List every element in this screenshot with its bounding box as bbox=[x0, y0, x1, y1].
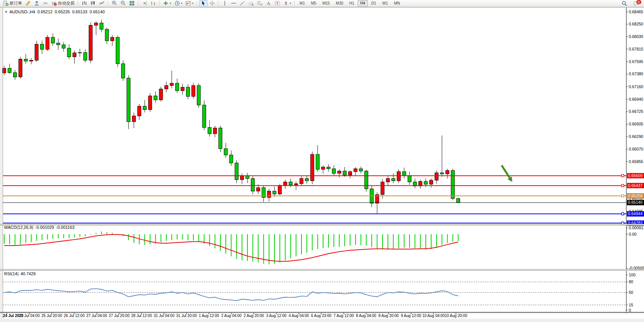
indicators-button[interactable]: ▾ bbox=[162, 0, 172, 7]
timeframe-mn-button[interactable]: MN bbox=[391, 0, 403, 6]
toolbar-separator bbox=[78, 1, 78, 6]
svg-text:28 Jul 12:00: 28 Jul 12:00 bbox=[131, 314, 152, 318]
toolbar-separator bbox=[159, 1, 160, 6]
svg-text:E: E bbox=[252, 3, 254, 6]
autotrading-button[interactable]: 自动交易 bbox=[50, 0, 76, 7]
chevron-down-icon[interactable]: ▾ bbox=[192, 2, 194, 5]
notification-badge: 1 bbox=[636, 0, 641, 4]
signals-button[interactable] bbox=[41, 0, 49, 7]
svg-text:26 Jul 12:00: 26 Jul 12:00 bbox=[64, 314, 85, 318]
toolbar-separator bbox=[138, 1, 139, 6]
broadcast-icon bbox=[43, 0, 48, 6]
timeframe-m1-button[interactable]: M1 bbox=[297, 0, 308, 6]
bar-chart-button[interactable] bbox=[80, 0, 88, 7]
svg-text:0.67595: 0.67595 bbox=[629, 59, 643, 64]
new-order-button[interactable]: 新订单 bbox=[2, 0, 23, 7]
timeframe-d1-button[interactable]: D1 bbox=[368, 0, 379, 6]
crosshair-button[interactable] bbox=[208, 0, 216, 7]
line-chart-icon bbox=[99, 0, 105, 6]
svg-text:80: 80 bbox=[629, 279, 633, 284]
horizontal-line-button[interactable] bbox=[230, 0, 238, 7]
svg-text:0.66940: 0.66940 bbox=[629, 97, 643, 102]
notifications-button[interactable]: 1 bbox=[632, 0, 641, 7]
text-button[interactable]: A bbox=[265, 0, 273, 7]
svg-text:0.68250: 0.68250 bbox=[629, 22, 643, 26]
profiles-button[interactable] bbox=[33, 0, 41, 7]
chart-canvas[interactable]: 0.684650.682500.680300.678150.675950.673… bbox=[0, 0, 644, 322]
svg-text:4 Aug 04:00: 4 Aug 04:00 bbox=[289, 314, 309, 318]
autotrading-button-label: 自动交易 bbox=[58, 0, 75, 6]
timeframe-m5-button[interactable]: M5 bbox=[308, 0, 319, 6]
svg-text:10 Aug 04:00: 10 Aug 04:00 bbox=[422, 314, 445, 318]
timeframe-h1-button[interactable]: H1 bbox=[347, 0, 357, 6]
equidistant-channel-button[interactable]: E bbox=[247, 0, 255, 7]
styler-button[interactable] bbox=[24, 0, 32, 7]
svg-text:27 Jul 20:00: 27 Jul 20:00 bbox=[109, 314, 130, 318]
tile-windows-button[interactable] bbox=[128, 0, 136, 7]
tile-windows-icon bbox=[129, 0, 135, 6]
chart-menu-icon[interactable]: ▼ bbox=[5, 10, 8, 14]
trendline-button[interactable] bbox=[238, 0, 246, 7]
text-label-button[interactable]: T bbox=[273, 0, 281, 7]
new-order-icon bbox=[3, 0, 9, 6]
svg-text:0.65140: 0.65140 bbox=[628, 200, 642, 205]
crosshair-icon bbox=[209, 0, 215, 6]
svg-text:0.65855: 0.65855 bbox=[629, 159, 643, 164]
svg-text:31 Jul 04:00: 31 Jul 04:00 bbox=[154, 314, 175, 318]
clock-icon bbox=[174, 0, 180, 6]
vertical-line-button[interactable] bbox=[221, 0, 229, 7]
svg-text:T: T bbox=[276, 2, 278, 5]
macd-main-value: -0.001029 bbox=[35, 225, 54, 230]
chart-shift-button[interactable] bbox=[149, 0, 157, 7]
toolbar-separator bbox=[294, 1, 295, 6]
zoom-out-button[interactable] bbox=[119, 0, 127, 7]
timeframe-m30-button[interactable]: M30 bbox=[333, 0, 346, 6]
bar-high-value: 0.65226 bbox=[55, 10, 70, 14]
rsi-indicator-label: RSI(14)40.7429 bbox=[4, 271, 36, 276]
svg-text:0.66725: 0.66725 bbox=[629, 109, 643, 114]
auto-scroll-button[interactable] bbox=[140, 0, 148, 7]
svg-text:0.68030: 0.68030 bbox=[629, 34, 643, 39]
chevron-down-icon[interactable]: ▾ bbox=[170, 2, 171, 5]
svg-text:50: 50 bbox=[629, 290, 633, 295]
fibonacci-button[interactable]: F bbox=[256, 0, 264, 7]
svg-text:0.66070: 0.66070 bbox=[629, 147, 643, 151]
chart-title: ▼AUDUSD-,H40.652120.652260.651330.65140 bbox=[5, 10, 105, 14]
periods-button[interactable]: ▾ bbox=[173, 0, 184, 7]
svg-text:0.00: 0.00 bbox=[629, 232, 637, 236]
line-chart-button[interactable] bbox=[98, 0, 106, 7]
macd-name: MACD(12,26,9) bbox=[4, 225, 33, 230]
chart-shift-icon bbox=[150, 0, 156, 6]
timeframe-w1-button[interactable]: W1 bbox=[379, 0, 391, 6]
svg-text:6 Aug 23:00: 6 Aug 23:00 bbox=[311, 314, 332, 318]
svg-text:8 Aug 04:00: 8 Aug 04:00 bbox=[356, 314, 376, 318]
chevron-down-icon[interactable]: ▾ bbox=[290, 2, 292, 5]
zoom-in-button[interactable] bbox=[110, 0, 118, 7]
candle-chart-icon bbox=[90, 0, 96, 6]
cursor-button[interactable] bbox=[199, 0, 207, 7]
templates-button[interactable]: ▾ bbox=[184, 0, 195, 7]
svg-text:10 Aug 20:00: 10 Aug 20:00 bbox=[445, 314, 467, 318]
trendline-icon bbox=[239, 0, 245, 6]
auto-scroll-icon bbox=[142, 0, 147, 6]
svg-text:100: 100 bbox=[629, 273, 636, 277]
svg-text:0.67815: 0.67815 bbox=[629, 47, 643, 51]
chevron-down-icon[interactable]: ▾ bbox=[181, 2, 183, 5]
svg-text:0.64944: 0.64944 bbox=[628, 211, 642, 216]
candle-chart-button[interactable] bbox=[89, 0, 97, 7]
text-icon: A bbox=[266, 0, 271, 6]
svg-text:25 Jul 20:00: 25 Jul 20:00 bbox=[41, 314, 62, 318]
rsi-name: RSI(14) bbox=[4, 271, 19, 276]
svg-text:0.66505: 0.66505 bbox=[629, 122, 643, 126]
search-button[interactable] bbox=[620, 0, 628, 7]
main-toolbar: 新订单自动交易▾▾▾EFAT▾M1M5M15M30H1H4D1W1MN bbox=[0, 0, 644, 7]
bar-close-value: 0.65140 bbox=[89, 10, 105, 14]
timeframe-m15-button[interactable]: M15 bbox=[320, 0, 332, 6]
svg-text:0.67160: 0.67160 bbox=[629, 84, 643, 89]
timeframe-h4-button[interactable]: H4 bbox=[358, 0, 368, 6]
svg-text:27 Jul 04:00: 27 Jul 04:00 bbox=[86, 314, 107, 318]
profile-icon bbox=[34, 0, 40, 6]
arrows-button[interactable]: ▾ bbox=[282, 0, 293, 7]
search-icon bbox=[622, 1, 627, 6]
svg-text:A: A bbox=[267, 1, 270, 6]
